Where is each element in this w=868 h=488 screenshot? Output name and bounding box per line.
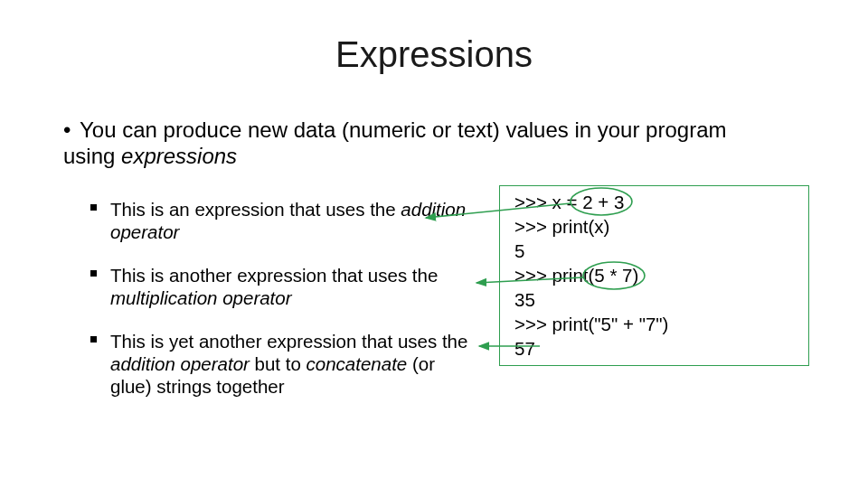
code-l1a: >>> x = xyxy=(514,192,582,212)
slide-title: Expressions xyxy=(0,34,868,75)
sub2-text: This is another expression that uses the xyxy=(110,265,438,286)
code-l4a: >>> print( xyxy=(514,265,594,286)
sub1-text: This is an expression that uses the xyxy=(110,199,401,220)
square-bullet-icon xyxy=(90,270,97,277)
sub3-em2: concatenate xyxy=(307,353,408,374)
main-bullet: •You can produce new data (numeric or te… xyxy=(63,117,778,170)
sub2-em: multiplication operator xyxy=(110,287,292,308)
sub3-mid: but to xyxy=(250,353,307,374)
code-l4c: ) xyxy=(633,265,639,286)
sub-bullet-1: This is an expression that uses the addi… xyxy=(90,199,470,243)
slide: Expressions •You can produce new data (n… xyxy=(0,0,868,488)
main-bullet-em: expressions xyxy=(121,144,237,168)
sub-bullet-3: This is yet another expression that uses… xyxy=(90,331,470,398)
code-line-7: 57 xyxy=(514,336,797,361)
code-line-2: >>> print(x) xyxy=(514,214,797,239)
main-bullet-text: You can produce new data (numeric or tex… xyxy=(63,117,727,168)
bullet-dot: • xyxy=(63,117,80,144)
code-line-5: 35 xyxy=(514,287,797,312)
code-line-3: 5 xyxy=(514,239,797,263)
sub-bullet-list: This is an expression that uses the addi… xyxy=(90,199,470,419)
code-l4b: 5 * 7 xyxy=(594,265,632,286)
code-line-6: >>> print("5" + "7") xyxy=(514,312,797,336)
code-box: >>> x = 2 + 3 >>> print(x) 5 >>> print(5… xyxy=(499,185,809,366)
square-bullet-icon xyxy=(90,336,97,343)
sub3-em1: addition operator xyxy=(110,353,250,374)
sub3-text: This is yet another expression that uses… xyxy=(110,331,467,352)
code-line-1: >>> x = 2 + 3 xyxy=(514,190,797,214)
sub-bullet-2: This is another expression that uses the… xyxy=(90,265,470,309)
code-l1b: 2 + 3 xyxy=(582,192,624,212)
square-bullet-icon xyxy=(90,204,97,211)
code-line-4: >>> print(5 * 7) xyxy=(514,263,797,287)
